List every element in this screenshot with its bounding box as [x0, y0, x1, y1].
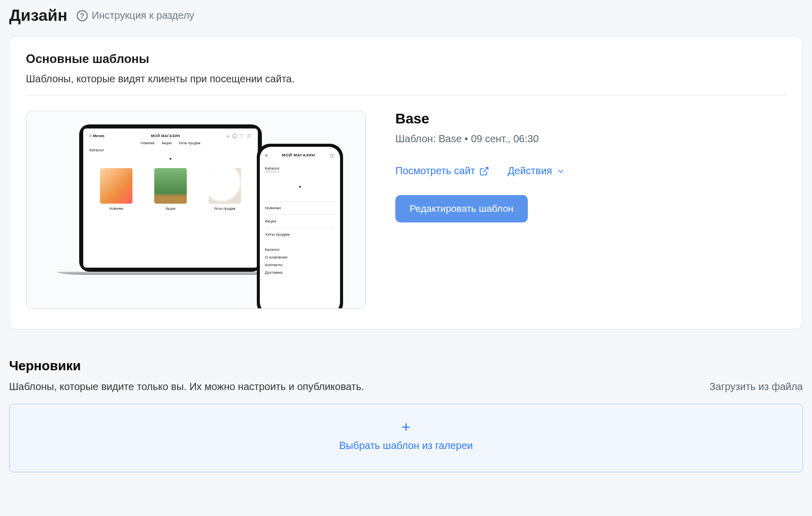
actions-dropdown[interactable]: Действия — [507, 165, 565, 177]
drafts-title: Черновики — [9, 358, 803, 374]
gallery-picker-label: Выбрать шаблон из галереи — [10, 440, 802, 452]
product-placeholder-icon — [154, 168, 187, 204]
preview-brand: МОЙ МАГАЗИН — [151, 134, 180, 138]
upload-link-label: Загрузить из файла — [709, 381, 803, 392]
phone-footer-link: Контакты — [265, 261, 335, 269]
template-row: ≡ Меню МОЙ МАГАЗИН ⌕ ◯ ♡ 🛒 Новинки А — [26, 95, 786, 309]
phone-brand: МОЙ МАГАЗИН — [282, 153, 315, 158]
main-section-desc: Шаблоны, которые видят клиенты при посещ… — [26, 73, 786, 85]
product-placeholder-icon — [100, 168, 132, 204]
phone-footer-link: Доставка — [265, 269, 335, 276]
preview-tab: Новинки — [141, 141, 154, 145]
phone-catalog-tab: Каталог — [265, 166, 280, 172]
template-name: Base — [395, 111, 565, 127]
laptop-mock: ≡ Меню МОЙ МАГАЗИН ⌕ ◯ ♡ 🛒 Новинки А — [79, 124, 285, 275]
preview-menu-label: ≡ Меню — [89, 134, 105, 138]
phone-footer-link: О компании — [265, 253, 335, 261]
edit-template-button[interactable]: Редактировать шаблон — [395, 195, 528, 222]
edit-template-button-label: Редактировать шаблон — [410, 203, 514, 214]
preview-site-link[interactable]: Посмотреть сайт — [395, 165, 489, 177]
help-icon: ? — [77, 10, 88, 21]
dot-icon: ● — [89, 156, 252, 161]
preview-side-label: Каталог — [89, 148, 252, 152]
preview-toolbar-icons: ⌕ ◯ ♡ 🛒 — [227, 134, 252, 138]
template-info: Base Шаблон: Base • 09 сент., 06:30 Посм… — [395, 111, 565, 309]
template-preview[interactable]: ≡ Меню МОЙ МАГАЗИН ⌕ ◯ ♡ 🛒 Новинки А — [26, 111, 366, 309]
chevron-down-icon — [556, 167, 565, 176]
menu-icon: ≡ — [265, 153, 267, 158]
product-label: Хиты продаж — [214, 207, 235, 210]
phone-list-item: Хиты продаж — [265, 228, 335, 241]
search-icon: ⌕ — [227, 134, 229, 138]
user-icon: ◯ — [232, 134, 237, 138]
main-section-title: Основные шаблоны — [26, 52, 786, 66]
laptop-base — [57, 272, 285, 275]
dot-icon: ● — [265, 184, 335, 189]
svg-line-0 — [484, 167, 488, 172]
product-label: Новинки — [110, 207, 123, 210]
cart-icon: 🛒 — [329, 153, 335, 158]
actions-label: Действия — [507, 165, 552, 177]
phone-footer-link: Каталог — [265, 246, 335, 253]
plus-icon: + — [10, 420, 802, 435]
cart-icon: 🛒 — [247, 134, 252, 138]
phone-list-item: Акции — [265, 214, 335, 228]
product-label: Акции — [165, 207, 176, 210]
drafts-desc: Шаблоны, которые видите только вы. Их мо… — [9, 381, 364, 393]
page-title: Дизайн — [9, 6, 67, 25]
external-link-icon — [479, 166, 489, 176]
preview-tab: Акции — [162, 141, 172, 145]
preview-site-link-label: Посмотреть сайт — [395, 165, 475, 177]
product-placeholder-icon — [209, 168, 241, 204]
template-meta: Шаблон: Base • 09 сент., 06:30 — [395, 133, 565, 145]
phone-list-item: Новинки — [265, 201, 335, 214]
page-header: Дизайн ? Инструкция к разделу — [9, 0, 803, 36]
help-link[interactable]: ? Инструкция к разделу — [77, 10, 194, 21]
phone-mock: ≡ МОЙ МАГАЗИН 🛒 Каталог ● Новинки Акции … — [257, 144, 343, 309]
upload-from-file-link[interactable]: Загрузить из файла — [709, 381, 803, 393]
main-templates-card: Основные шаблоны Шаблоны, которые видят … — [9, 36, 803, 330]
help-link-label: Инструкция к разделу — [92, 10, 194, 21]
gallery-picker-button[interactable]: + Выбрать шаблон из галереи — [9, 404, 803, 472]
heart-icon: ♡ — [240, 134, 244, 138]
preview-tab: Хиты продаж — [179, 141, 200, 145]
